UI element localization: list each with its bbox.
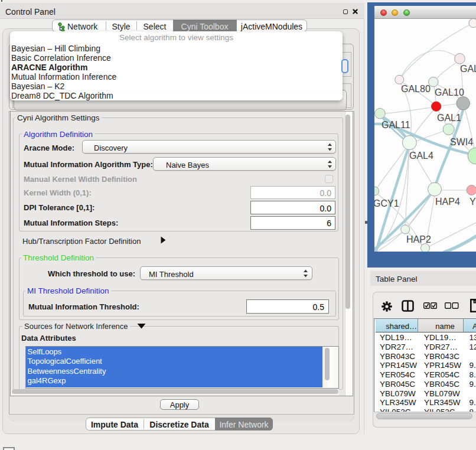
- svg-text:GAL4: GAL4: [409, 151, 433, 161]
- svg-text:GAL11: GAL11: [382, 120, 410, 130]
- svg-text:GAL7: GAL7: [460, 64, 476, 74]
- svg-text:GAL10: GAL10: [435, 87, 464, 97]
- svg-text:GAL80: GAL80: [401, 84, 431, 94]
- svg-text:GCY1: GCY1: [374, 198, 399, 208]
- svg-text:GAL1: GAL1: [437, 113, 461, 123]
- svg-text:HAP4: HAP4: [435, 197, 460, 207]
- svg-text:SWI4: SWI4: [450, 137, 473, 147]
- svg-text:YM: YM: [470, 197, 476, 207]
- svg-text:HAP2: HAP2: [406, 234, 431, 244]
